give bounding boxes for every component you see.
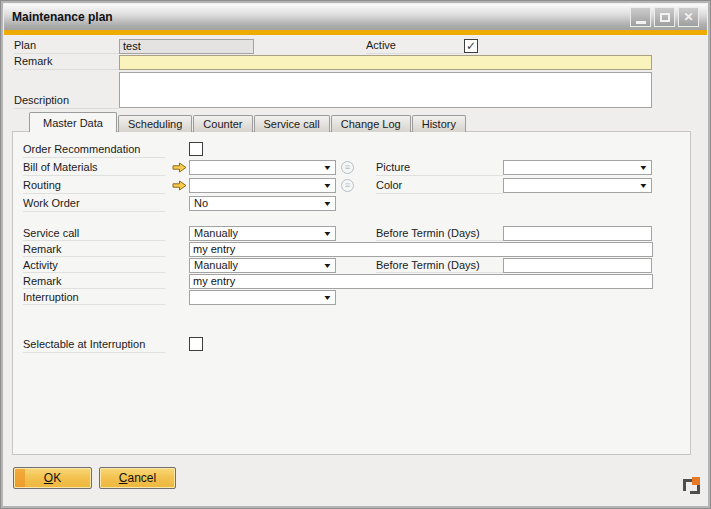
dropdown-arrow-icon: ▼ — [323, 164, 333, 171]
choose-from-list-icon[interactable]: ≡ — [341, 161, 354, 174]
activity-remark-label: Remark — [23, 273, 165, 289]
dropdown-arrow-icon: ▼ — [639, 164, 649, 171]
bill-of-materials-label: Bill of Materials — [23, 158, 165, 176]
interruption-dropdown[interactable]: ▼ — [189, 290, 336, 305]
dropdown-arrow-icon: ▼ — [323, 182, 333, 189]
link-arrow-icon[interactable] — [172, 162, 187, 173]
service-call-value: Manually — [194, 227, 238, 239]
active-label: Active — [366, 38, 464, 54]
routing-dropdown[interactable]: ▼ — [189, 178, 336, 193]
tab-scheduling[interactable]: Scheduling — [118, 115, 192, 132]
activity-remark-row: Remark — [23, 273, 690, 289]
activity-remark-input[interactable] — [189, 274, 653, 289]
remark-input[interactable] — [119, 55, 652, 70]
tab-bar: Master Data Scheduling Counter Service c… — [4, 112, 707, 132]
titlebar[interactable]: Maintenance plan ✕ — [4, 4, 707, 30]
work-order-label: Work Order — [23, 194, 165, 212]
close-button[interactable]: ✕ — [678, 7, 699, 27]
activity-value: Manually — [194, 259, 238, 271]
tab-master-data[interactable]: Master Data — [29, 112, 117, 132]
work-order-dropdown[interactable]: No ▼ — [189, 196, 336, 211]
form-resize-icon[interactable] — [683, 477, 700, 494]
window-title: Maintenance plan — [12, 10, 113, 24]
routing-label: Routing — [23, 176, 165, 194]
service-call-before-termin-label: Before Termin (Days) — [376, 225, 503, 241]
order-recommendation-checkbox[interactable] — [189, 142, 203, 156]
tab-service-call[interactable]: Service call — [254, 115, 330, 132]
minimize-icon — [636, 21, 646, 24]
service-call-before-termin-input[interactable] — [503, 226, 652, 241]
bill-of-materials-row: Bill of Materials ▼ ≡ Picture ▼ — [23, 158, 690, 176]
interruption-label: Interruption — [23, 289, 165, 305]
dropdown-arrow-icon: ▼ — [323, 230, 333, 237]
activity-before-termin-input[interactable] — [503, 258, 652, 273]
tab-counter[interactable]: Counter — [193, 115, 252, 132]
ok-button-label: OK — [44, 471, 61, 485]
maintenance-plan-window: Maintenance plan ✕ Plan Active ✓ Remark … — [0, 0, 711, 509]
selectable-at-interruption-label: Selectable at Interruption — [23, 335, 165, 353]
active-checkbox[interactable]: ✓ — [464, 39, 478, 53]
activity-row: Activity Manually ▼ Before Termin (Days) — [23, 257, 690, 273]
description-textarea[interactable] — [119, 72, 652, 108]
maximize-icon — [660, 13, 670, 22]
order-recommendation-label: Order Recommendation — [23, 140, 165, 158]
interruption-row: Interruption ▼ — [23, 289, 690, 305]
dropdown-arrow-icon: ▼ — [639, 182, 649, 189]
close-icon: ✕ — [683, 11, 693, 23]
dropdown-arrow-icon: ▼ — [323, 262, 333, 269]
resize-orange-square — [692, 477, 700, 485]
work-order-row: Work Order No ▼ — [23, 194, 690, 212]
work-order-value: No — [194, 197, 208, 209]
bill-of-materials-dropdown[interactable]: ▼ — [189, 160, 336, 175]
plan-input[interactable] — [119, 39, 254, 54]
dropdown-arrow-icon: ▼ — [323, 294, 333, 301]
maximize-button[interactable] — [654, 7, 675, 27]
picture-label: Picture — [376, 158, 503, 176]
cancel-button[interactable]: Cancel — [99, 467, 176, 489]
color-dropdown[interactable]: ▼ — [503, 178, 652, 193]
window-controls: ✕ — [630, 7, 699, 27]
remark-label: Remark — [14, 54, 119, 70]
service-call-label: Service call — [23, 225, 165, 241]
service-call-remark-row: Remark — [23, 241, 690, 257]
service-call-remark-input[interactable] — [189, 242, 653, 257]
selectable-at-interruption-checkbox[interactable] — [189, 337, 203, 351]
color-label: Color — [376, 176, 503, 194]
master-data-panel: Order Recommendation Bill of Materials ▼… — [12, 131, 691, 455]
description-label: Description — [14, 71, 119, 109]
selectable-at-interruption-row: Selectable at Interruption — [23, 335, 690, 353]
tab-history[interactable]: History — [412, 115, 466, 132]
activity-dropdown[interactable]: Manually ▼ — [189, 258, 336, 273]
picture-dropdown[interactable]: ▼ — [503, 160, 652, 175]
activity-label: Activity — [23, 257, 165, 273]
plan-label: Plan — [14, 38, 119, 54]
choose-from-list-icon[interactable]: ≡ — [341, 179, 354, 192]
resize-corner-bottom-right — [690, 484, 700, 494]
dropdown-arrow-icon: ▼ — [323, 200, 333, 207]
cancel-button-label: Cancel — [119, 471, 156, 485]
header-form: Plan Active ✓ Remark Description — [4, 36, 707, 109]
tab-change-log[interactable]: Change Log — [331, 115, 411, 132]
link-arrow-icon[interactable] — [172, 180, 187, 191]
minimize-button[interactable] — [630, 7, 651, 27]
activity-before-termin-label: Before Termin (Days) — [376, 257, 503, 273]
accent-bar — [4, 30, 707, 35]
service-call-row: Service call Manually ▼ Before Termin (D… — [23, 225, 690, 241]
service-call-dropdown[interactable]: Manually ▼ — [189, 226, 336, 241]
service-call-remark-label: Remark — [23, 241, 165, 257]
ok-button[interactable]: OK — [13, 467, 92, 489]
order-recommendation-row: Order Recommendation — [23, 140, 690, 158]
routing-row: Routing ▼ ≡ Color ▼ — [23, 176, 690, 194]
